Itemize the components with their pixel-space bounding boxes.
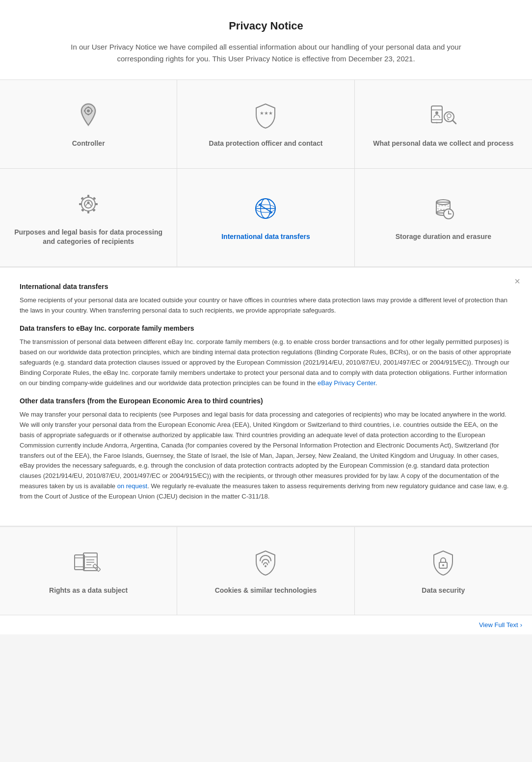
card-dpo[interactable]: ★★★ Data protection officer and contact: [177, 80, 354, 169]
svg-rect-18: [87, 211, 89, 213]
on-request-link[interactable]: on request: [117, 482, 147, 490]
chevron-right-icon: ›: [520, 621, 522, 629]
svg-point-11: [435, 111, 438, 114]
view-full-text-link[interactable]: View Full Text ›: [479, 621, 522, 629]
card-purposes-label: Purposes and legal basis for data proces…: [10, 228, 167, 247]
card-storage-label: Storage duration and erasure: [396, 232, 491, 242]
svg-point-5: [87, 109, 90, 112]
svg-rect-4: [91, 110, 93, 112]
close-button[interactable]: ×: [514, 276, 520, 287]
card-dpo-label: Data protection officer and contact: [209, 139, 323, 149]
international-transfers-icon: [250, 193, 281, 224]
rights-icon: [73, 547, 104, 578]
card-cookies-label: Cookies & similar technologies: [215, 586, 317, 596]
header-section: Privacy Notice In our User Privacy Notic…: [0, 0, 532, 79]
card-international-transfers[interactable]: International data transfers: [177, 169, 354, 267]
page-title: Privacy Notice: [59, 20, 473, 32]
panel-title-2: Data transfers to eBay Inc. corporate fa…: [20, 324, 512, 332]
card-data-security-label: Data security: [422, 586, 465, 596]
card-international-transfers-label: International data transfers: [221, 232, 310, 242]
svg-rect-20: [95, 203, 98, 205]
bottom-cards-grid: Rights as a data subject Cookies & simil…: [0, 526, 532, 615]
ebay-privacy-center-link[interactable]: eBay Privacy Center: [318, 379, 375, 387]
svg-rect-2: [88, 114, 89, 115]
card-controller[interactable]: Controller: [0, 80, 177, 169]
footer-bar: View Full Text ›: [0, 615, 532, 634]
storage-icon: [427, 193, 459, 224]
svg-text:★★★: ★★★: [260, 110, 273, 116]
card-rights[interactable]: Rights as a data subject: [0, 527, 177, 615]
personal-data-icon: [427, 100, 459, 131]
panel-body-2: The transmission of personal data betwee…: [20, 337, 512, 388]
card-storage[interactable]: Storage duration and erasure: [355, 169, 532, 267]
data-security-icon: [427, 547, 459, 578]
svg-rect-17: [87, 195, 89, 197]
card-data-security[interactable]: Data security: [355, 527, 532, 615]
page-subtitle: In our User Privacy Notice we have compi…: [59, 41, 473, 65]
view-full-text-label: View Full Text: [479, 621, 518, 629]
panel-title-1: International data transfers: [20, 283, 512, 290]
card-controller-label: Controller: [72, 139, 105, 149]
purposes-icon: [73, 188, 104, 220]
dpo-icon: ★★★: [250, 100, 281, 131]
svg-point-50: [442, 564, 444, 566]
expanded-panel: × International data transfers Some reci…: [0, 267, 532, 526]
panel-body-3: We may transfer your personal data to re…: [20, 410, 512, 501]
svg-rect-3: [84, 110, 85, 112]
card-cookies[interactable]: Cookies & similar technologies: [177, 527, 354, 615]
panel-title-3: Other data transfers (from the European …: [20, 397, 512, 405]
top-cards-grid: Controller ★★★ Data protection officer a…: [0, 79, 532, 267]
svg-point-48: [265, 565, 266, 567]
card-personal-data[interactable]: What personal data we collect and proces…: [355, 80, 532, 169]
svg-point-10: [436, 122, 438, 124]
svg-point-13: [447, 114, 451, 118]
svg-rect-1: [88, 106, 89, 108]
bottom-section: Rights as a data subject Cookies & simil…: [0, 526, 532, 615]
card-personal-data-label: What personal data we collect and proces…: [373, 139, 513, 149]
svg-line-14: [452, 120, 456, 124]
svg-point-16: [84, 200, 92, 208]
cookies-icon: [250, 547, 281, 578]
svg-point-15: [81, 197, 95, 211]
controller-icon: [73, 100, 104, 131]
card-purposes[interactable]: Purposes and legal basis for data proces…: [0, 169, 177, 267]
svg-rect-19: [79, 203, 81, 205]
card-rights-label: Rights as a data subject: [49, 586, 128, 596]
panel-body-1: Some recipients of your personal data ar…: [20, 295, 512, 316]
